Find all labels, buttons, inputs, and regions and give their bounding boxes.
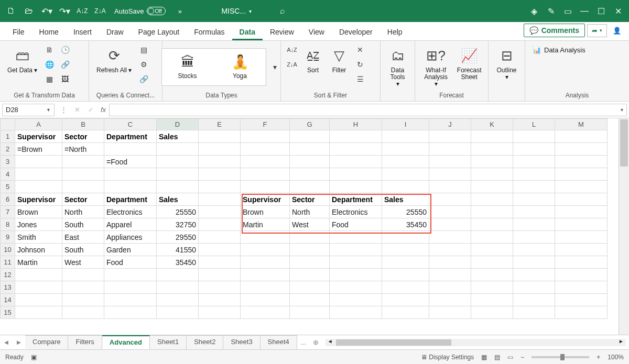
cell-A15[interactable] (15, 306, 62, 319)
cell-G5[interactable] (290, 181, 330, 193)
tab-page-layout[interactable]: Page Layout (131, 24, 187, 40)
document-name[interactable]: MISC...▾ (221, 7, 252, 15)
undo-button[interactable]: ↶▾ (39, 3, 55, 19)
sheet-tab-filters[interactable]: Filters (68, 335, 102, 349)
cell-J15[interactable] (429, 306, 471, 319)
cell-M8[interactable] (555, 218, 608, 231)
cell-L14[interactable] (513, 294, 555, 306)
cell-F7[interactable]: Brown (241, 206, 290, 218)
cell-B13[interactable] (62, 281, 104, 294)
cell-F4[interactable] (241, 168, 290, 181)
vertical-scrollbar[interactable] (619, 118, 629, 335)
cell-J14[interactable] (429, 294, 471, 306)
clear-filter-icon[interactable]: ✕ (353, 43, 367, 57)
fx-label[interactable]: fx (97, 106, 109, 114)
select-all-cell[interactable] (1, 119, 15, 130)
row-header-2[interactable]: 2 (1, 143, 15, 156)
cell-A7[interactable]: Brown (15, 206, 62, 218)
cell-G14[interactable] (290, 294, 330, 306)
yoga-type[interactable]: 🧘Yoga (216, 51, 264, 83)
cell-A12[interactable] (15, 269, 62, 281)
cell-H9[interactable] (330, 231, 382, 244)
from-pic-icon[interactable]: 🖼 (58, 72, 72, 86)
cell-D1[interactable]: Sales (157, 130, 199, 143)
cell-I5[interactable] (382, 181, 429, 193)
cell-J11[interactable] (429, 256, 471, 269)
cell-E5[interactable] (199, 181, 241, 193)
name-box[interactable]: D28▼ (2, 104, 55, 116)
sheet-tab-sheet1[interactable]: Sheet1 (150, 335, 187, 349)
display-settings-button[interactable]: 🖥 Display Settings (421, 354, 474, 361)
cell-J5[interactable] (429, 181, 471, 193)
cell-G3[interactable] (290, 156, 330, 168)
from-web-icon[interactable]: 🌐 (42, 58, 56, 71)
cell-I1[interactable] (382, 130, 429, 143)
cell-F2[interactable] (241, 143, 290, 156)
row-header-8[interactable]: 8 (1, 218, 15, 231)
cell-F9[interactable] (241, 231, 290, 244)
cell-D6[interactable]: Sales (157, 193, 199, 206)
whatif-button[interactable]: ⊞?What-If Analysis ▾ (419, 43, 452, 90)
cell-C7[interactable]: Electronics (104, 206, 157, 218)
cell-M1[interactable] (555, 130, 608, 143)
maximize-button[interactable]: ☐ (593, 3, 609, 19)
cell-B5[interactable] (62, 181, 104, 193)
cell-J1[interactable] (429, 130, 471, 143)
account-icon[interactable]: 👤 (609, 23, 625, 38)
cell-M15[interactable] (555, 306, 608, 319)
cell-I6[interactable]: Sales (382, 193, 429, 206)
cell-K11[interactable] (471, 256, 513, 269)
cell-H13[interactable] (330, 281, 382, 294)
brush-icon[interactable]: ✎ (543, 3, 559, 19)
tab-view[interactable]: View (301, 24, 332, 40)
cell-G2[interactable] (290, 143, 330, 156)
cell-E2[interactable] (199, 143, 241, 156)
cell-H11[interactable] (330, 256, 382, 269)
cell-G6[interactable]: Sector (290, 193, 330, 206)
cell-C2[interactable] (104, 143, 157, 156)
cell-F12[interactable] (241, 269, 290, 281)
column-header-F[interactable]: F (241, 119, 290, 130)
tab-file[interactable]: File (5, 24, 32, 40)
cell-B7[interactable]: North (62, 206, 104, 218)
cell-J9[interactable] (429, 231, 471, 244)
row-header-7[interactable]: 7 (1, 206, 15, 218)
sheet-tab-advanced[interactable]: Advanced (102, 335, 150, 349)
column-header-B[interactable]: B (62, 119, 104, 130)
cell-I13[interactable] (382, 281, 429, 294)
enter-icon[interactable]: ✓ (84, 106, 97, 114)
cell-G10[interactable] (290, 244, 330, 256)
cell-J12[interactable] (429, 269, 471, 281)
tabs-more-icon[interactable]: ... (297, 338, 310, 346)
cell-D9[interactable]: 29550 (157, 231, 199, 244)
sort-asc-icon[interactable]: A↓Z (74, 3, 90, 19)
cell-L9[interactable] (513, 231, 555, 244)
cell-L11[interactable] (513, 256, 555, 269)
cell-H15[interactable] (330, 306, 382, 319)
macro-record-icon[interactable]: ▣ (31, 354, 37, 361)
advanced-filter-icon[interactable]: ☰ (353, 72, 367, 86)
cell-K5[interactable] (471, 181, 513, 193)
zoom-level[interactable]: 100% (608, 354, 624, 361)
cell-D12[interactable] (157, 269, 199, 281)
row-header-3[interactable]: 3 (1, 156, 15, 168)
cell-L8[interactable] (513, 218, 555, 231)
refresh-all-button[interactable]: ⟳Refresh All ▾ (93, 43, 135, 76)
cell-D2[interactable] (157, 143, 199, 156)
cell-K1[interactable] (471, 130, 513, 143)
reapply-icon[interactable]: ↻ (353, 58, 367, 71)
cell-H7[interactable]: Electronics (330, 206, 382, 218)
cell-C12[interactable] (104, 269, 157, 281)
column-header-G[interactable]: G (290, 119, 330, 130)
cell-L5[interactable] (513, 181, 555, 193)
cell-D8[interactable]: 32750 (157, 218, 199, 231)
sheet-tab-compare[interactable]: Compare (25, 335, 68, 349)
cell-A3[interactable] (15, 156, 62, 168)
cell-B9[interactable]: East (62, 231, 104, 244)
properties-icon[interactable]: ⚙ (137, 58, 150, 71)
cell-E1[interactable] (199, 130, 241, 143)
cancel-icon[interactable]: ✕ (70, 106, 84, 114)
cell-B10[interactable]: South (62, 244, 104, 256)
outline-button[interactable]: ⊟Outline ▾ (493, 43, 520, 83)
cell-J8[interactable] (429, 218, 471, 231)
